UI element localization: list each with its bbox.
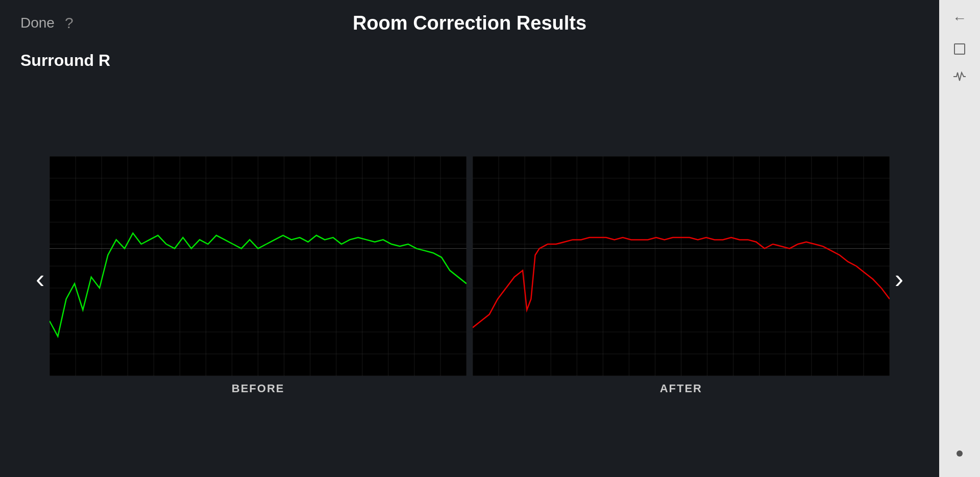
charts-area: ‹ BEFORE AFTER › (0, 80, 939, 477)
svg-rect-0 (954, 44, 965, 54)
after-canvas (473, 156, 890, 376)
sidebar: ← (939, 0, 980, 477)
after-chart-wrapper: AFTER (473, 156, 890, 401)
charts-container: BEFORE AFTER (50, 156, 889, 401)
help-icon[interactable]: ? (65, 14, 74, 32)
after-label: AFTER (473, 376, 890, 401)
before-label: BEFORE (50, 376, 467, 401)
before-chart-wrapper: BEFORE (50, 156, 467, 401)
sidebar-back-icon[interactable]: ← (952, 10, 967, 27)
header: Done ? Room Correction Results (0, 0, 939, 46)
sidebar-dot (957, 450, 963, 457)
before-chart (50, 156, 467, 376)
prev-arrow[interactable]: ‹ (31, 264, 50, 294)
sidebar-square-icon[interactable] (952, 42, 967, 56)
after-chart (473, 156, 890, 376)
page-title: Room Correction Results (353, 12, 586, 34)
before-canvas (50, 156, 467, 376)
done-button[interactable]: Done (20, 15, 55, 31)
sidebar-pulse-icon[interactable] (952, 71, 967, 82)
channel-label: Surround R (0, 46, 939, 80)
main-content: Done ? Room Correction Results Surround … (0, 0, 939, 477)
next-arrow[interactable]: › (890, 264, 909, 294)
